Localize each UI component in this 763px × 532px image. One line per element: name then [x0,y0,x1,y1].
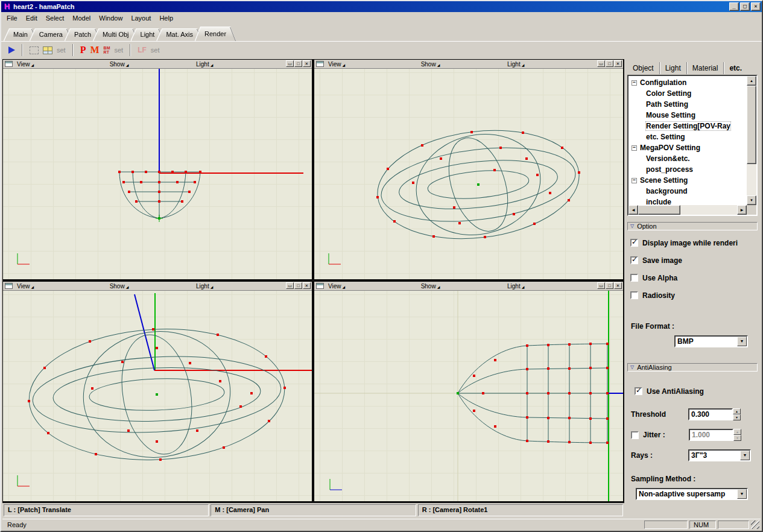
viewport-icon[interactable] [316,283,324,289]
use-antialiasing-checkbox[interactable] [635,387,642,395]
scroll-left-icon[interactable]: ◀ [628,205,638,215]
dropdown-arrow-icon[interactable]: ▼ [740,451,750,460]
tree-item-etc-setting[interactable]: etc. Setting [630,131,747,142]
dropdown-arrow-icon[interactable]: ▼ [737,337,747,346]
menu-window[interactable]: Window [95,13,127,24]
set-button-1[interactable]: set [57,46,66,54]
spin-down-icon[interactable]: ▼ [733,414,741,420]
spin-up-icon[interactable]: ▲ [733,429,741,435]
viewport-icon[interactable] [316,61,324,67]
tree-item-configulation[interactable]: Configulation [630,77,747,88]
marquee-icon[interactable] [30,46,39,54]
dropdown-arrow-icon[interactable]: ▼ [737,489,747,499]
viewport-canvas-front[interactable] [3,69,312,279]
megapov-button[interactable]: M [90,45,99,55]
tree-item-path-setting[interactable]: Path Setting [630,99,747,110]
scrollbar-thumb[interactable] [747,86,756,164]
tree-item-version-etc[interactable]: Version&etc. [630,153,747,164]
rays-dropdown[interactable]: 3Γ"3 ▼ [688,449,751,461]
spin-up-icon[interactable]: ▲ [733,408,741,414]
tree-item-include[interactable]: include [630,197,747,205]
sampling-method-dropdown[interactable]: Non-adaptive supersamp ▼ [636,488,748,500]
viewport-close-icon[interactable]: ✕ [614,60,622,67]
app-icon[interactable]: H [2,2,11,11]
view-menu[interactable]: View◢ [17,60,34,69]
tab-camera[interactable]: Camera [34,29,68,41]
viewport-minimize-icon[interactable]: ▭ [597,60,605,67]
menu-select[interactable]: Select [42,13,69,24]
panel-tab-object[interactable]: Object [627,62,660,74]
jitter-checkbox[interactable] [631,431,639,439]
tree-item-color-setting[interactable]: Color Setting [630,88,747,99]
grid-icon[interactable] [43,46,52,54]
file-format-dropdown[interactable]: BMP ▼ [674,335,748,347]
panel-tab-material[interactable]: Material [687,62,724,74]
use-alpha-checkbox[interactable] [630,274,638,282]
set-button-3[interactable]: set [151,46,160,54]
tab-render[interactable]: Render [200,27,231,41]
tree-item-render-setting[interactable]: Render Setting[POV-Ray [630,121,747,131]
jitter-spinner[interactable]: ▲▼ [733,429,741,441]
menu-help[interactable]: Help [155,13,177,24]
tab-multi-obj[interactable]: Multi Obj [98,29,133,41]
menu-edit[interactable]: Edit [22,13,42,24]
view-menu[interactable]: View◢ [328,282,345,291]
viewport-maximize-icon[interactable]: □ [294,282,302,289]
maximize-button[interactable]: □ [740,2,750,11]
lf-button[interactable]: LF [138,46,147,54]
viewport-canvas-perspective2[interactable] [3,291,312,501]
save-image-checkbox[interactable] [630,256,638,264]
tab-mat-axis[interactable]: Mat. Axis [161,29,198,41]
viewport-close-icon[interactable]: ✕ [303,60,311,67]
panel-tab-light[interactable]: Light [660,62,687,74]
light-menu[interactable]: Light◢ [507,282,524,291]
threshold-input[interactable] [688,408,733,420]
option-section-header[interactable]: ▽ Option [627,222,758,230]
show-menu[interactable]: Show◢ [421,282,440,291]
minimize-button[interactable]: _ [729,2,739,11]
menu-layout[interactable]: Layout [127,13,155,24]
close-button[interactable]: ✕ [751,2,761,11]
panel-tab-etc[interactable]: etc. [724,62,747,74]
tab-patch[interactable]: Patch [69,29,96,41]
show-menu[interactable]: Show◢ [110,282,129,291]
tree-item-background[interactable]: background [630,186,747,197]
light-menu[interactable]: Light◢ [196,60,213,69]
render-start-icon[interactable] [8,46,15,54]
tree-collapse-icon[interactable] [632,178,637,183]
light-menu[interactable]: Light◢ [196,282,213,291]
viewport-canvas-perspective[interactable] [314,69,623,279]
show-menu[interactable]: Show◢ [110,60,129,69]
scroll-down-icon[interactable]: ▼ [747,195,756,205]
viewport-minimize-icon[interactable]: ▭ [286,282,294,289]
antialiasing-section-header[interactable]: ▽ AntiAliasing [627,363,758,372]
scrollbar-thumb[interactable] [638,205,680,215]
tree-vertical-scrollbar[interactable]: ▲ ▼ [747,76,756,205]
tree-collapse-icon[interactable] [632,80,637,86]
view-menu[interactable]: View◢ [328,60,345,69]
viewport-close-icon[interactable]: ✕ [614,282,622,289]
view-menu[interactable]: View◢ [17,282,34,291]
tree-item-mouse-setting[interactable]: Mouse Setting [630,110,747,121]
bmrt-button[interactable]: BMRT [104,46,110,54]
menu-model[interactable]: Model [68,13,95,24]
tree-item-megapov-setting[interactable]: MegaPOV Setting [630,142,747,153]
spin-down-icon[interactable]: ▼ [733,435,741,441]
viewport-minimize-icon[interactable]: ▭ [597,282,605,289]
tab-light[interactable]: Light [136,29,160,41]
show-menu[interactable]: Show◢ [421,60,440,69]
tree-item-post-process[interactable]: post_process [630,164,747,175]
viewport-minimize-icon[interactable]: ▭ [286,60,294,67]
display-image-checkbox[interactable] [630,239,638,247]
menu-file[interactable]: File [2,13,22,24]
tab-main[interactable]: Main [8,29,33,41]
viewport-icon[interactable] [5,61,13,67]
viewport-maximize-icon[interactable]: □ [606,60,613,67]
viewport-maximize-icon[interactable]: □ [606,282,613,289]
viewport-close-icon[interactable]: ✕ [303,282,311,289]
tree-item-scene-setting[interactable]: Scene Setting [630,175,747,186]
scroll-right-icon[interactable]: ▶ [737,205,747,215]
light-menu[interactable]: Light◢ [507,60,524,69]
viewport-icon[interactable] [5,283,13,289]
resize-grip[interactable] [751,521,759,529]
